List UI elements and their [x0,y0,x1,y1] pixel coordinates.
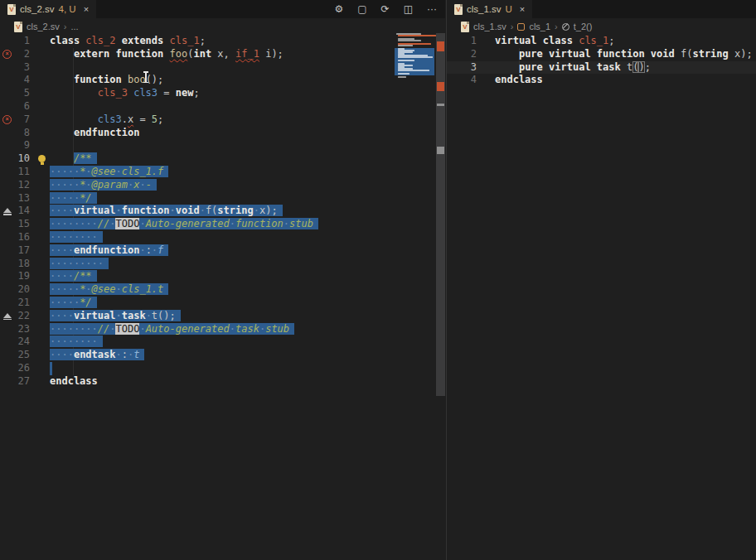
code-line[interactable]: 4 function boo(); [0,74,445,87]
breadcrumb-left[interactable]: V cls_2.sv › ... [0,18,445,35]
code-token: ········· [50,258,104,269]
breadcrumb-file[interactable]: cls_2.sv [27,22,60,31]
code-token [50,152,74,164]
close-icon[interactable]: × [84,4,89,14]
line-number[interactable]: 11 [0,166,30,179]
code-line[interactable]: 25····endtask·:·t [0,349,445,362]
settings-gear-icon[interactable]: ⚙ [334,0,343,18]
code-line[interactable]: 19····/** [0,270,445,283]
line-number[interactable]: 16 [0,231,30,244]
code-line[interactable]: 24········ [0,336,445,349]
line-number[interactable]: 19 [0,270,30,283]
line-number[interactable]: 23 [0,323,30,336]
line-number[interactable]: 20 [0,283,30,297]
tab-cls-1[interactable]: V cls_1.sv U × [447,0,532,18]
code-line[interactable]: 11·····*·@see·cls_1.f [0,166,445,179]
editor-pane-left: V cls_2.sv 4, U × ⚙ ▢ ⟳ ◫ ··· V cls_2.sv… [0,0,445,560]
selection-highlight: ····virtual·function·void·f(string·x); [50,205,283,216]
line-number[interactable]: 22 [0,310,30,323]
code-line[interactable]: 16········ [0,231,445,244]
line-number[interactable]: 1 [447,35,477,48]
line-number[interactable]: 4 [0,74,30,87]
code-line[interactable]: 10 /** [0,152,445,166]
line-number[interactable]: 12 [0,179,30,192]
line-number[interactable]: 25 [0,349,30,362]
code-line[interactable]: ×2 extern function foo(int x, if_1 i); [0,48,445,61]
line-number[interactable]: 14 [0,205,30,218]
tab-decoration: 4, U [59,4,76,14]
code-token: ·····*·@see·cls_1.f [50,166,163,177]
code-line[interactable]: 6 [0,100,445,113]
code-token: ·t(); [146,310,176,321]
split-editor-icon[interactable]: ◫ [404,0,413,18]
code-line[interactable]: 15········//·TODO·Auto-generated·functio… [0,218,445,231]
code-line[interactable]: 26 [0,362,445,375]
code-text: cls_3 cls3 = new; [50,87,206,100]
whitespace-dots: ········ [50,336,98,347]
code-line[interactable]: 21·····*/ [0,297,445,310]
breadcrumb-right[interactable]: V cls_1.sv › cls_1 › t_2() [447,18,756,35]
code-line[interactable]: 5 cls_3 cls3 = new; [0,87,445,100]
code-line[interactable]: 14····virtual·function·void·f(string·x); [0,205,445,218]
code-line[interactable]: ×7 cls3.x = 5; [0,113,445,127]
line-number[interactable]: 1 [0,35,30,48]
line-number[interactable]: 6 [0,100,30,113]
breadcrumb-method[interactable]: t_2() [574,22,593,31]
code-editor-right[interactable]: 1virtual class cls_1; 2 pure virtual fun… [447,35,756,87]
code-line[interactable]: 8 endfunction [0,127,445,140]
code-token [50,127,74,138]
code-line[interactable]: 3 [0,61,445,75]
code-text: virtual class cls_1; [495,35,621,48]
minimap[interactable] [395,33,434,86]
line-number[interactable]: 5 [0,87,30,100]
tab-cls-2[interactable]: V cls_2.sv 4, U × [0,0,96,18]
code-token: t [133,349,139,360]
code-line[interactable]: 13·····*/ [0,192,445,205]
line-number[interactable]: 17 [0,244,30,258]
code-line[interactable]: 3 pure virtual task t(); [447,61,756,75]
code-token: ········ [50,231,98,243]
line-number[interactable]: 21 [0,297,30,310]
line-number[interactable]: 3 [0,61,30,75]
code-line[interactable]: 1class cls_2 extends cls_1; [0,35,445,48]
scrollbar-overview-ruler[interactable] [436,0,445,560]
code-line[interactable]: 2 pure virtual function void f(string x)… [447,48,756,61]
line-number[interactable]: 27 [0,375,30,389]
line-number[interactable]: 3 [447,61,477,75]
layout-square-icon[interactable]: ▢ [357,0,366,18]
code-line[interactable]: 9 [0,139,445,152]
line-number[interactable]: 24 [0,336,30,349]
close-icon[interactable]: × [520,4,525,14]
sync-icon[interactable]: ⟳ [381,0,390,18]
editor-pane-right: V cls_1.sv U × V cls_1.sv › cls_1 › t_2(… [446,0,756,560]
line-number[interactable]: 2 [447,48,477,61]
line-number[interactable]: 10 [0,152,30,166]
code-line[interactable]: 18········· [0,258,445,271]
code-line[interactable]: 23········//·TODO·Auto-generated·task·st… [0,323,445,336]
line-number[interactable]: 7 [0,113,30,127]
breadcrumb-class[interactable]: cls_1 [529,22,550,31]
line-number[interactable]: 4 [447,74,477,87]
code-token: new [176,87,194,99]
code-token: cls_1 [579,35,608,46]
lightbulb-icon[interactable] [38,155,46,162]
breadcrumb-file[interactable]: cls_1.sv [473,22,506,31]
line-number[interactable]: 18 [0,258,30,271]
code-line[interactable]: 20·····*·@see·cls_1.t [0,283,445,297]
breadcrumb-rest[interactable]: ... [70,22,78,31]
code-line[interactable]: 4endclass [447,74,756,87]
line-number[interactable]: 2 [0,48,30,61]
code-line[interactable]: 17····endfunction·:·f [0,244,445,258]
line-number[interactable]: 15 [0,218,30,231]
code-line[interactable]: 1virtual class cls_1; [447,35,756,48]
code-line[interactable]: 27endclass [0,375,445,389]
line-number[interactable]: 9 [0,139,30,152]
code-line[interactable]: 22····virtual·task·t(); [0,310,445,323]
line-number[interactable]: 8 [0,127,30,140]
line-number[interactable]: 13 [0,192,30,205]
code-token: = [158,87,176,99]
line-number[interactable]: 26 [0,362,30,375]
code-editor-left[interactable]: 1class cls_2 extends cls_1; ×2 extern fu… [0,35,445,389]
code-line[interactable]: 12·····*·@param·x·- [0,179,445,192]
code-token: //· [98,323,116,335]
